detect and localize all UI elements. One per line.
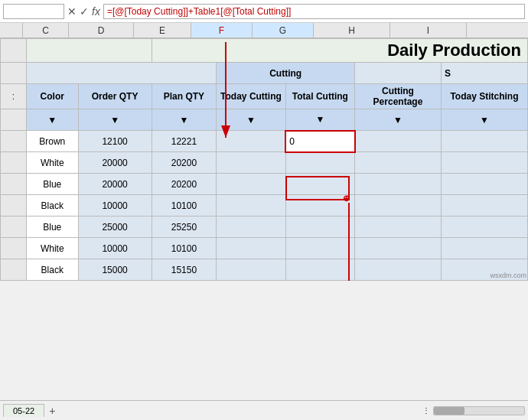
col-header-i[interactable]: I [390, 23, 467, 37]
scrollbar-area: ⋮ [60, 406, 528, 415]
table-row: White 20000 20200 [1, 152, 528, 174]
total-cutting-black-2[interactable] [285, 259, 354, 281]
col-header-g[interactable]: G [253, 23, 314, 37]
order-qty-brown[interactable]: 12100 [78, 131, 152, 152]
empty-section [26, 63, 216, 84]
cutting-pct-white-2[interactable] [355, 238, 442, 259]
horizontal-scrollbar[interactable] [433, 406, 525, 415]
row-num-3 [1, 174, 27, 195]
filter-arrow-oqty[interactable]: ▼ [110, 115, 119, 125]
plan-qty-black-2[interactable]: 15150 [152, 259, 217, 281]
today-stitching-header: Today Stitching [441, 84, 527, 109]
today-cutting-blue-2[interactable] [217, 217, 285, 238]
plan-qty-white-1[interactable]: 20200 [152, 152, 217, 174]
spreadsheet-table: Daily Production Cutting S : Color Order… [0, 38, 528, 281]
today-stitching-blue-2[interactable] [441, 217, 527, 238]
today-stitching-white-1[interactable] [441, 152, 527, 174]
today-stitching-brown[interactable] [441, 131, 527, 152]
color-header: Color [26, 84, 78, 109]
color-blue-1[interactable]: Blue [26, 174, 78, 195]
cutting-pct-white-1[interactable] [355, 152, 442, 174]
plan-qty-brown[interactable]: 12221 [152, 131, 217, 152]
plan-qty-black-1[interactable]: 10100 [152, 195, 217, 217]
confirm-icon: ✓ [80, 5, 89, 18]
plan-qty-blue-1[interactable]: 20200 [152, 174, 217, 195]
filter-today-cutting[interactable]: ▼ [217, 109, 285, 131]
s-header-h [355, 63, 442, 84]
column-headers: C D E F G H I [0, 23, 528, 38]
formula-input[interactable] [103, 4, 525, 19]
filter-arrow-tc[interactable]: ▼ [246, 115, 256, 125]
today-stitching-white-2[interactable] [441, 238, 527, 259]
plan-qty-white-2[interactable]: 10100 [152, 238, 217, 259]
spreadsheet-container: ⊕ Daily Production [0, 38, 528, 281]
order-qty-black-1[interactable]: 10000 [78, 195, 152, 217]
color-white-2[interactable]: White [26, 238, 78, 259]
col-header-h[interactable]: H [314, 23, 390, 37]
today-stitching-black-1[interactable] [441, 195, 527, 217]
today-cutting-white-1[interactable] [217, 152, 285, 174]
filter-arrow-ttc[interactable]: ▼ [315, 114, 324, 125]
col-header-c[interactable]: C [23, 23, 69, 37]
today-cutting-black-1[interactable] [217, 195, 285, 217]
total-cutting-white-1[interactable] [285, 152, 354, 174]
title-left-area [26, 39, 152, 63]
scrollbar-thumb[interactable] [434, 407, 464, 415]
order-qty-blue-1[interactable]: 20000 [78, 174, 152, 195]
cutting-pct-blue-2[interactable] [355, 217, 442, 238]
name-box[interactable] [3, 4, 64, 19]
cutting-pct-brown[interactable] [355, 131, 442, 152]
total-cutting-black-1[interactable] [285, 195, 354, 217]
filter-cutting-pct[interactable]: ▼ [355, 109, 442, 131]
tab-bar: 05-22 + ⋮ [0, 400, 528, 420]
today-stitching-blue-1[interactable] [441, 174, 527, 195]
plan-qty-blue-2[interactable]: 25250 [152, 217, 217, 238]
today-cutting-blue-1[interactable] [217, 174, 285, 195]
filter-arrow-ts[interactable]: ▼ [480, 115, 489, 125]
row-num-labels: : [1, 84, 27, 109]
filter-today-stitching[interactable]: ▼ [441, 109, 527, 131]
order-qty-blue-2[interactable]: 25000 [78, 217, 152, 238]
row-num-filter [1, 109, 27, 131]
total-cutting-header: Total Cutting [285, 84, 354, 109]
filter-arrow-pqty[interactable]: ▼ [180, 115, 189, 125]
table-row: Black 10000 10100 [1, 195, 528, 217]
total-cutting-brown-selected[interactable]: 0 [285, 131, 354, 152]
row-num-1 [1, 131, 27, 152]
cutting-pct-black-2[interactable] [355, 259, 442, 281]
total-cutting-white-2[interactable] [285, 238, 354, 259]
total-cutting-blue-1[interactable] [285, 174, 354, 195]
order-qty-white-2[interactable]: 10000 [78, 238, 152, 259]
sheet-tab[interactable]: 05-22 [3, 404, 44, 417]
cutting-pct-black-1[interactable] [355, 195, 442, 217]
col-header-d[interactable]: D [69, 23, 134, 37]
color-blue-2[interactable]: Blue [26, 217, 78, 238]
row-num-6 [1, 238, 27, 259]
table-row: Black 15000 15150 [1, 259, 528, 281]
filter-order-qty[interactable]: ▼ [78, 109, 152, 131]
formula-bar: ✕ ✓ fx [0, 0, 528, 23]
color-brown[interactable]: Brown [26, 131, 78, 152]
order-qty-black-2[interactable]: 15000 [78, 259, 152, 281]
color-black-1[interactable]: Black [26, 195, 78, 217]
today-cutting-black-2[interactable] [217, 259, 285, 281]
order-qty-white-1[interactable]: 20000 [78, 152, 152, 174]
total-cutting-blue-2[interactable] [285, 217, 354, 238]
color-black-2[interactable]: Black [26, 259, 78, 281]
col-header-f[interactable]: F [191, 23, 253, 37]
filter-color[interactable]: ▼ [26, 109, 78, 131]
col-header-e[interactable]: E [134, 23, 191, 37]
today-cutting-white-2[interactable] [217, 238, 285, 259]
row-num-2 [1, 152, 27, 174]
title-cell: Daily Production [152, 39, 527, 63]
filter-arrow-color[interactable]: ▼ [47, 115, 57, 125]
filter-arrow-cp[interactable]: ▼ [393, 115, 403, 125]
table-row: Brown 12100 12221 0 [1, 131, 528, 152]
filter-total-cutting[interactable]: ▼ [285, 109, 354, 131]
color-white-1[interactable]: White [26, 152, 78, 174]
filter-row: ▼ ▼ ▼ ▼ ▼ ▼ ▼ [1, 109, 528, 131]
filter-plan-qty[interactable]: ▼ [152, 109, 217, 131]
cutting-pct-blue-1[interactable] [355, 174, 442, 195]
today-cutting-brown[interactable] [217, 131, 285, 152]
add-sheet-button[interactable]: + [44, 405, 60, 417]
